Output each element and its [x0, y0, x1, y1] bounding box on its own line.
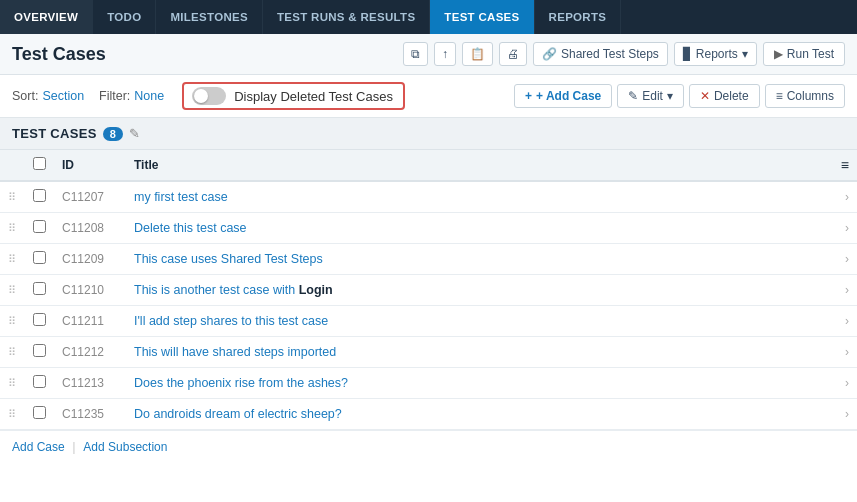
drag-handle[interactable]: ⠿ [0, 213, 25, 244]
filter-bar: Sort: Section Filter: None Display Delet… [0, 75, 857, 118]
footer-add-case-link[interactable]: Add Case [12, 440, 65, 454]
table-row: ⠿C11210This is another test case with Lo… [0, 275, 857, 306]
drag-handle[interactable]: ⠿ [0, 337, 25, 368]
sort-value[interactable]: Section [42, 89, 84, 103]
nav-item-test-cases[interactable]: TEST CASES [430, 0, 534, 34]
table-header-row: ID Title ≡ [0, 150, 857, 181]
filter-value[interactable]: None [134, 89, 164, 103]
delete-button[interactable]: ✕ Delete [689, 84, 760, 108]
footer-add-subsection-link[interactable]: Add Subsection [83, 440, 167, 454]
drag-handle[interactable]: ⠿ [0, 306, 25, 337]
toolbar: Test Cases ⧉ ↑ 📋 🖨 🔗 Shared Test Steps ▊… [0, 34, 857, 75]
nav-item-todo[interactable]: TODO [93, 0, 156, 34]
row-checkbox[interactable] [33, 375, 46, 388]
filter-label: Filter: [99, 89, 130, 103]
row-checkbox[interactable] [33, 189, 46, 202]
row-id: C11211 [54, 306, 126, 337]
add-case-label: + Add Case [536, 89, 601, 103]
footer-divider: | [72, 439, 75, 454]
reports-icon: ▊ [683, 47, 692, 61]
display-deleted-toggle[interactable] [192, 87, 226, 105]
chevron-down-icon: ▾ [742, 47, 748, 61]
row-chevron[interactable]: › [833, 306, 857, 337]
row-checkbox[interactable] [33, 220, 46, 233]
nav-item-milestones[interactable]: MILESTONES [156, 0, 263, 34]
nav-item-reports[interactable]: REPORTS [535, 0, 622, 34]
row-checkbox[interactable] [33, 406, 46, 419]
actions-col-header: ≡ [833, 150, 857, 181]
test-cases-count-badge: 8 [103, 127, 123, 141]
section-edit-icon[interactable]: ✎ [129, 126, 140, 141]
drag-col-header [0, 150, 25, 181]
row-title: my first test case [126, 181, 833, 213]
row-id: C11209 [54, 244, 126, 275]
shared-test-steps-button[interactable]: 🔗 Shared Test Steps [533, 42, 668, 66]
row-checkbox[interactable] [33, 344, 46, 357]
drag-handle[interactable]: ⠿ [0, 275, 25, 306]
row-checkbox[interactable] [33, 251, 46, 264]
drag-handle[interactable]: ⠿ [0, 399, 25, 430]
clipboard-button[interactable]: 📋 [462, 42, 493, 66]
row-title: Do androids dream of electric sheep? [126, 399, 833, 430]
table-settings-icon[interactable]: ≡ [841, 157, 849, 173]
row-title-link[interactable]: Do androids dream of electric sheep? [134, 407, 342, 421]
run-test-label: Run Test [787, 47, 834, 61]
edit-button[interactable]: ✎ Edit ▾ [617, 84, 684, 108]
delete-label: Delete [714, 89, 749, 103]
export-button[interactable]: ↑ [434, 42, 456, 66]
select-all-checkbox[interactable] [33, 157, 46, 170]
row-title-link[interactable]: Delete this test case [134, 221, 247, 235]
section-header: Test Cases 8 ✎ [0, 118, 857, 150]
row-title-link[interactable]: This case uses Shared Test Steps [134, 252, 323, 266]
row-chevron[interactable]: › [833, 368, 857, 399]
row-chevron[interactable]: › [833, 244, 857, 275]
drag-handle[interactable]: ⠿ [0, 368, 25, 399]
row-title-link[interactable]: This will have shared steps imported [134, 345, 336, 359]
table-row: ⠿C11211I'll add step shares to this test… [0, 306, 857, 337]
shared-steps-icon: 🔗 [542, 47, 557, 61]
display-deleted-toggle-wrapper: Display Deleted Test Cases [182, 82, 405, 110]
row-title-link[interactable]: This is another test case with Login [134, 283, 333, 297]
table-row: ⠿C11235Do androids dream of electric she… [0, 399, 857, 430]
section-title: Test Cases [12, 126, 97, 141]
row-chevron[interactable]: › [833, 213, 857, 244]
footer: Add Case | Add Subsection [0, 430, 857, 462]
play-icon: ▶ [774, 47, 783, 61]
run-test-button[interactable]: ▶ Run Test [763, 42, 845, 66]
nav-item-test-runs[interactable]: TEST RUNS & RESULTS [263, 0, 430, 34]
row-checkbox[interactable] [33, 313, 46, 326]
pencil-icon: ✎ [628, 89, 638, 103]
page-title: Test Cases [12, 44, 106, 65]
table-row: ⠿C11207my first test case› [0, 181, 857, 213]
columns-button[interactable]: ≡ Columns [765, 84, 845, 108]
reports-button[interactable]: ▊ Reports ▾ [674, 42, 757, 66]
toggle-label: Display Deleted Test Cases [234, 89, 393, 104]
row-title: This will have shared steps imported [126, 337, 833, 368]
row-title-link[interactable]: my first test case [134, 190, 228, 204]
row-chevron[interactable]: › [833, 399, 857, 430]
row-chevron[interactable]: › [833, 337, 857, 368]
row-chevron[interactable]: › [833, 181, 857, 213]
sort-label: Sort: [12, 89, 38, 103]
table-row: ⠿C11208Delete this test case› [0, 213, 857, 244]
drag-handle[interactable]: ⠿ [0, 244, 25, 275]
columns-icon: ≡ [776, 89, 783, 103]
copy-button[interactable]: ⧉ [403, 42, 428, 66]
row-chevron[interactable]: › [833, 275, 857, 306]
table-row: ⠿C11209This case uses Shared Test Steps› [0, 244, 857, 275]
row-title-link[interactable]: Does the phoenix rise from the ashes? [134, 376, 348, 390]
export-icon: ↑ [442, 47, 448, 61]
columns-label: Columns [787, 89, 834, 103]
toolbar-actions: ⧉ ↑ 📋 🖨 🔗 Shared Test Steps ▊ Reports ▾ … [403, 42, 845, 66]
print-button[interactable]: 🖨 [499, 42, 527, 66]
row-title-link[interactable]: I'll add step shares to this test case [134, 314, 328, 328]
check-col-header [25, 150, 54, 181]
nav-item-overview[interactable]: OVERVIEW [0, 0, 93, 34]
row-title: This is another test case with Login [126, 275, 833, 306]
clipboard-icon: 📋 [470, 47, 485, 61]
add-case-button[interactable]: + + Add Case [514, 84, 612, 108]
table-row: ⠿C11212This will have shared steps impor… [0, 337, 857, 368]
drag-handle[interactable]: ⠿ [0, 181, 25, 213]
toggle-knob [194, 89, 208, 103]
row-checkbox[interactable] [33, 282, 46, 295]
